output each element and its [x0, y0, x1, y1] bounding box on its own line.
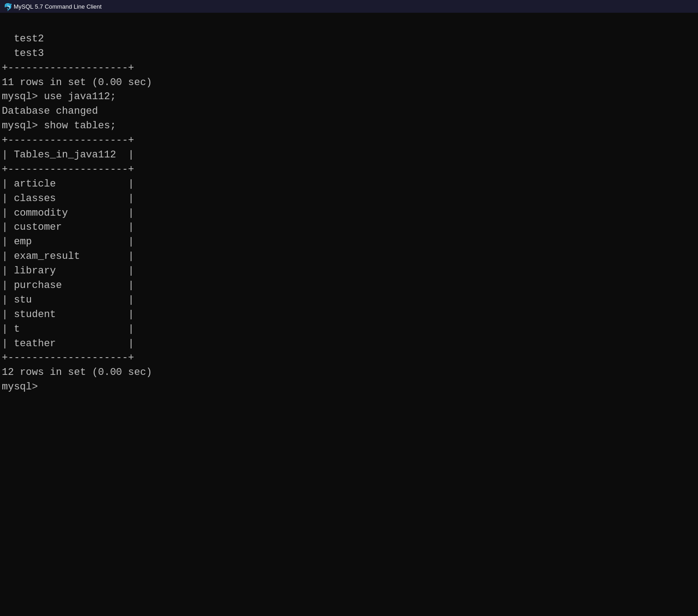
terminal-line: | article |: [2, 177, 696, 192]
terminal-line: | Tables_in_java112 |: [2, 148, 696, 162]
terminal-line: mysql>: [2, 380, 696, 394]
terminal-line: +--------------------+: [2, 61, 696, 76]
terminal-line: | library |: [2, 264, 696, 278]
terminal-line: test3: [2, 46, 696, 61]
terminal-line: +--------------------+: [2, 351, 696, 365]
terminal-line: | student |: [2, 308, 696, 322]
terminal-line: | commodity |: [2, 206, 696, 221]
terminal-line: mysql> use java112;: [2, 90, 696, 104]
terminal-window[interactable]: test2 test3+--------------------+11 rows…: [0, 13, 698, 399]
terminal-line: test2: [2, 32, 696, 46]
terminal-line: +--------------------+: [2, 133, 696, 148]
terminal-line: | emp |: [2, 235, 696, 249]
terminal-line: | stu |: [2, 293, 696, 308]
terminal-line: +--------------------+: [2, 162, 696, 177]
terminal-line: | exam_result |: [2, 249, 696, 264]
terminal-line: 11 rows in set (0.00 sec): [2, 76, 696, 90]
terminal-line: | classes |: [2, 192, 696, 206]
terminal-line: 12 rows in set (0.00 sec): [2, 365, 696, 380]
terminal-line: | purchase |: [2, 278, 696, 293]
title-bar-icon: 🐬: [4, 3, 11, 10]
title-bar-text: MySQL 5.7 Command Line Client: [14, 3, 102, 10]
terminal-line: | customer |: [2, 220, 696, 235]
terminal-line: | teather |: [2, 337, 696, 351]
title-bar: 🐬 MySQL 5.7 Command Line Client: [0, 0, 698, 13]
terminal-line: mysql> show tables;: [2, 119, 696, 133]
terminal-line: | t |: [2, 322, 696, 337]
terminal-line: Database changed: [2, 104, 696, 119]
